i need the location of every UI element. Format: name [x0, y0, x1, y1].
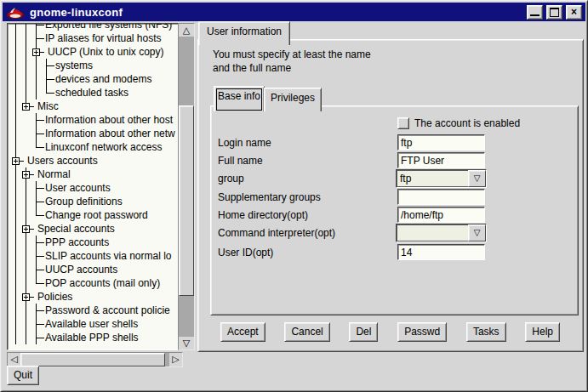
tree-item[interactable]: systems [9, 59, 178, 72]
tree-guide-line [15, 72, 16, 86]
helper-text-line2: and the full name [213, 62, 291, 74]
expander-plus-v [36, 50, 37, 54]
subtab-base-info[interactable]: Base info [214, 86, 265, 111]
horizontal-scroll-thumb[interactable] [20, 353, 165, 366]
tree-item[interactable]: Information about other netw [9, 127, 178, 140]
tree-connector-line [36, 208, 37, 215]
tree-item-label: Change root password [45, 209, 148, 221]
tree-expander-icon[interactable] [32, 48, 40, 56]
entry-login-name[interactable]: ftp [397, 134, 485, 151]
tree-item[interactable]: Misc [9, 99, 178, 113]
tree-connector-tick [36, 38, 44, 39]
tree-item-label: Available user shells [45, 318, 138, 330]
scroll-right-icon[interactable]: ▷ [169, 353, 182, 366]
tree-item-label: scheduled tasks [55, 87, 128, 99]
tree-item[interactable]: UUCP (Unix to unix copy) [9, 45, 178, 59]
tree-expander-icon[interactable] [22, 225, 30, 233]
tree-expander-icon[interactable] [22, 293, 30, 301]
passwd-button[interactable]: Passwd [397, 322, 447, 342]
tree-expander-icon[interactable] [22, 103, 30, 111]
tree-guide-line [15, 317, 16, 331]
tree-connector-tick [36, 283, 44, 284]
account-enabled-label: The account is enabled [414, 117, 520, 129]
tree-item[interactable]: SLIP accounts via normal lo [9, 249, 178, 263]
expander-plus-v [26, 227, 26, 231]
action-button-row: AcceptCancelDelPasswdTasksHelp [220, 321, 560, 343]
tree-connector-line [46, 86, 47, 93]
tree-guide-line [26, 317, 26, 331]
tree-item[interactable]: Exported file systems (NFS) [9, 23, 178, 31]
entry-user-id-opt[interactable]: 14 [397, 244, 485, 260]
entry-home-directory-opt[interactable]: /home/ftp [397, 207, 485, 223]
tree-guide-line [26, 249, 26, 263]
entry-supplementary-groups[interactable] [397, 189, 485, 205]
tree-item[interactable]: Change root password [9, 208, 178, 222]
tree-guide-line [26, 236, 26, 249]
tree-item[interactable]: PPP accounts [9, 236, 178, 249]
config-tree[interactable]: Exported file systems (NFS)IP aliases fo… [7, 23, 179, 350]
help-button[interactable]: Help [525, 322, 560, 342]
tree-item[interactable]: User accounts [9, 181, 178, 195]
tree-guide-line [26, 304, 26, 317]
dropdown-icon[interactable]: ▽ [468, 224, 486, 241]
titlebar[interactable]: gnome-linuxconf × [3, 3, 585, 21]
tree-item[interactable]: Password & account policie [9, 304, 178, 317]
tree-item[interactable]: Normal [9, 168, 178, 181]
tree-item[interactable]: IP aliases for virtual hosts [9, 31, 178, 45]
tree-item-label: Information about other netw [45, 128, 175, 139]
combo-entry-group[interactable]: ftp [397, 170, 468, 187]
entry-full-name[interactable]: FTP User [397, 152, 485, 168]
tree-item[interactable]: Users accounts [9, 154, 178, 168]
tree-item[interactable]: UUCP accounts [9, 263, 178, 276]
scroll-down-icon[interactable]: ▽ [179, 337, 194, 349]
tree-item[interactable]: Available user shells [9, 317, 178, 331]
quit-button[interactable]: Quit [7, 366, 39, 385]
tree-item[interactable]: Group definitions [9, 195, 178, 208]
field-label-user-id-opt: User ID(opt) [218, 247, 273, 258]
tree-connector-tick [36, 147, 44, 148]
tree-expander-icon[interactable] [22, 171, 30, 179]
close-button[interactable]: × [566, 5, 582, 20]
tree-guide-line [26, 72, 26, 86]
tree-item[interactable]: Linuxconf network access [9, 140, 178, 154]
tree-guide-line [15, 249, 16, 263]
tree-item-label: Password & account policie [45, 304, 170, 316]
combo-entry-command-interpreter-opt[interactable] [397, 224, 468, 241]
tree-item[interactable]: Policies [9, 290, 178, 304]
tree-item-label: Misc [37, 100, 59, 112]
minimize-button[interactable] [527, 5, 543, 20]
tree-guide-line [15, 168, 16, 181]
tree-item[interactable]: Special accounts [9, 222, 178, 236]
tree-item[interactable]: Information about other host [9, 113, 178, 127]
tree-connector-tick [36, 202, 44, 202]
tree-guide-line [26, 276, 26, 290]
tree-item[interactable]: scheduled tasks [9, 86, 178, 99]
account-enabled-checkbox[interactable] [397, 117, 409, 129]
tree-guide-line [15, 236, 16, 249]
scroll-left-icon[interactable]: ◁ [8, 353, 20, 366]
tree-guide-line [15, 86, 16, 99]
tree-item[interactable]: POP accounts (mail only) [9, 276, 178, 290]
tree-item[interactable]: Available PPP shells [9, 331, 178, 344]
tree-connector-tick [46, 65, 54, 66]
tree-vertical-scrollbar[interactable]: △ ▽ [178, 23, 195, 350]
account-enabled-row[interactable]: The account is enabled [397, 117, 520, 129]
tree-item-label: Normal [37, 168, 71, 180]
tree-guide-line [26, 195, 26, 208]
tree-expander-icon[interactable] [12, 157, 20, 165]
tree-item[interactable]: devices and modems [9, 72, 178, 86]
maximize-button[interactable] [546, 5, 562, 20]
cancel-button[interactable]: Cancel [284, 322, 329, 342]
tasks-button[interactable]: Tasks [466, 322, 506, 342]
tree-connector-line [36, 140, 37, 147]
subtab-privileges[interactable]: Privileges [264, 88, 322, 111]
tab-user-information[interactable]: User information [198, 21, 290, 45]
del-button[interactable]: Del [349, 322, 378, 342]
accept-button[interactable]: Accept [220, 322, 265, 342]
dropdown-icon[interactable]: ▽ [468, 170, 486, 187]
tree-item-label: Linuxconf network access [45, 141, 162, 153]
tree-connector-tick [36, 242, 44, 243]
vertical-scroll-thumb[interactable] [179, 105, 194, 296]
scroll-up-icon[interactable]: △ [179, 24, 194, 37]
tree-content: Exported file systems (NFS)IP aliases fo… [9, 23, 178, 344]
